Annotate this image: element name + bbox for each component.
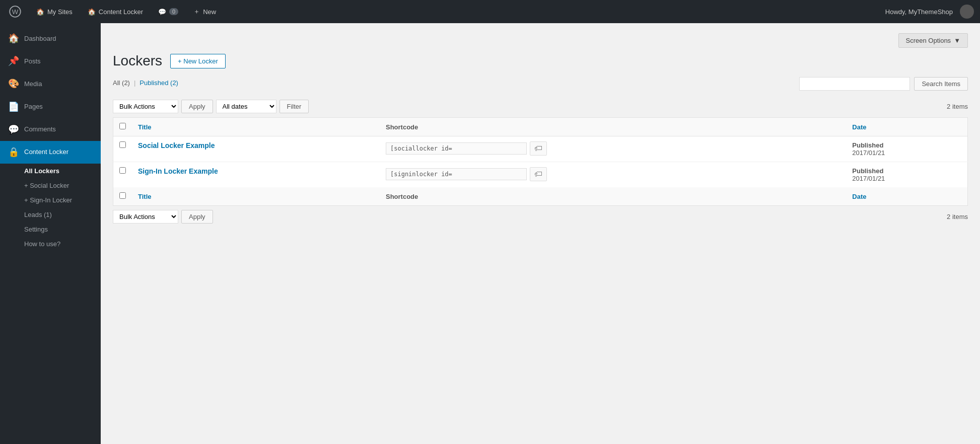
shortcode-input-0[interactable]	[386, 142, 527, 155]
comments-item[interactable]: 💬 0	[155, 6, 181, 18]
th-title-link[interactable]: Title	[138, 123, 152, 131]
row-date-cell: Published 2017/01/21	[846, 136, 967, 162]
screen-options-button[interactable]: Screen Options ▼	[898, 33, 968, 48]
sidebar-item-comments[interactable]: 💬 Comments	[0, 118, 101, 141]
filter-all[interactable]: All (2)	[113, 79, 130, 87]
submenu-how-to-use[interactable]: How to use?	[0, 237, 101, 251]
my-sites-icon: 🏠	[36, 8, 44, 16]
posts-icon: 📌	[8, 55, 19, 67]
search-button[interactable]: Search Items	[914, 77, 968, 91]
sidebar-item-posts[interactable]: 📌 Posts	[0, 50, 101, 72]
screen-options-arrow: ▼	[954, 37, 960, 44]
new-label: New	[203, 8, 216, 16]
submenu-label-sign-in-locker: + Sign-In Locker	[24, 196, 72, 204]
bulk-actions-select-top[interactable]: Bulk Actions Delete	[113, 100, 178, 113]
submenu-social-locker[interactable]: + Social Locker	[0, 178, 101, 193]
howdy-label: Howdy, MyThemeShop	[885, 8, 953, 16]
svg-text:W: W	[12, 8, 19, 16]
row-checkbox-cell	[113, 136, 132, 162]
date-status-0: Published	[852, 141, 883, 149]
row-title-link-0[interactable]: Social Locker Example	[138, 141, 215, 150]
th-date-link[interactable]: Date	[852, 123, 866, 131]
row-checkbox-0[interactable]	[119, 141, 126, 148]
search-row: Search Items	[799, 77, 968, 91]
sidebar-item-pages[interactable]: 📄 Pages	[0, 96, 101, 118]
filter-separator: |	[134, 79, 135, 87]
date-value-1: 2017/01/21	[852, 175, 885, 182]
th-checkbox	[113, 118, 132, 136]
th-date[interactable]: Date	[846, 118, 967, 136]
filter-all-link[interactable]: All (2)	[113, 79, 130, 87]
submenu-leads[interactable]: Leads (1)	[0, 207, 101, 222]
sidebar-item-content-locker[interactable]: 🔒 Content Locker	[0, 141, 101, 164]
copy-shortcode-button-0[interactable]: 🏷	[530, 141, 547, 156]
new-item[interactable]: ＋ New	[190, 5, 219, 18]
bulk-actions-select-bottom[interactable]: Bulk Actions Delete	[113, 210, 178, 224]
table-footer-row: Title Shortcode Date	[113, 187, 968, 206]
sidebar-item-media[interactable]: 🎨 Media	[0, 72, 101, 95]
items-count-bottom: 2 items	[947, 213, 968, 220]
tfoot-title[interactable]: Title	[132, 187, 380, 206]
select-all-checkbox-bottom[interactable]	[119, 192, 126, 199]
new-locker-button[interactable]: + New Locker	[170, 54, 226, 68]
lockers-table: Title Shortcode Date Social Locker Examp…	[113, 117, 968, 206]
wp-logo-item[interactable]: W	[6, 4, 24, 20]
sidebar-item-label-content-locker: Content Locker	[24, 147, 68, 157]
submenu-label-how-to-use: How to use?	[24, 240, 60, 248]
row-checkbox-cell	[113, 162, 132, 188]
page-header: Lockers + New Locker	[113, 53, 968, 69]
filter-button[interactable]: Filter	[279, 100, 309, 113]
sidebar-item-label-media: Media	[24, 80, 42, 89]
tfoot-date[interactable]: Date	[846, 187, 967, 206]
new-locker-label: + New Locker	[178, 57, 218, 65]
filter-published[interactable]: Published (2)	[139, 79, 178, 87]
search-input[interactable]	[799, 77, 910, 91]
row-title-cell: Sign-In Locker Example	[132, 162, 380, 188]
row-shortcode-cell: 🏷	[380, 136, 846, 162]
submenu-sign-in-locker[interactable]: + Sign-In Locker	[0, 193, 101, 207]
submenu-all-lockers[interactable]: All Lockers	[0, 164, 101, 178]
row-title-link-1[interactable]: Sign-In Locker Example	[138, 167, 218, 175]
copy-shortcode-button-1[interactable]: 🏷	[530, 167, 547, 181]
bulk-actions-bottom: Bulk Actions Delete Apply 2 items	[113, 210, 968, 224]
items-count-top: 2 items	[947, 103, 968, 110]
comments-count-badge: 0	[169, 8, 178, 15]
shortcode-input-1[interactable]	[386, 168, 527, 180]
dates-select[interactable]: All dates	[216, 100, 276, 113]
screen-options-bar: Screen Options ▼	[113, 33, 968, 48]
th-shortcode-label: Shortcode	[386, 123, 418, 131]
row-date-cell: Published 2017/01/21	[846, 162, 967, 188]
submenu-label-leads: Leads (1)	[24, 211, 52, 218]
filter-links: All (2) | Published (2)	[113, 79, 178, 87]
row-title-cell: Social Locker Example	[132, 136, 380, 162]
th-shortcode: Shortcode	[380, 118, 846, 136]
table-header-row: Title Shortcode Date	[113, 118, 968, 136]
content-locker-admin-label: Content Locker	[99, 8, 143, 16]
tfoot-title-link[interactable]: Title	[138, 193, 152, 200]
sidebar-item-label-posts: Posts	[24, 57, 41, 66]
date-value-0: 2017/01/21	[852, 149, 885, 157]
row-checkbox-1[interactable]	[119, 167, 126, 174]
table-row: Sign-In Locker Example 🏷 Published 2017/…	[113, 162, 968, 188]
filter-published-link[interactable]: Published (2)	[139, 79, 178, 87]
sidebar-item-dashboard[interactable]: 🏠 Dashboard	[0, 27, 101, 50]
tfoot-date-link[interactable]: Date	[852, 193, 866, 200]
sidebar-item-label-pages: Pages	[24, 102, 43, 111]
my-sites-item[interactable]: 🏠 My Sites	[33, 6, 76, 18]
apply-label-top: Apply	[189, 103, 205, 110]
apply-button-bottom[interactable]: Apply	[181, 210, 213, 224]
select-all-checkbox[interactable]	[119, 123, 126, 129]
comments-sidebar-icon: 💬	[8, 123, 19, 136]
content-locker-submenu: All Lockers + Social Locker + Sign-In Lo…	[0, 164, 101, 251]
th-title[interactable]: Title	[132, 118, 380, 136]
bulk-actions-top: Bulk Actions Delete Apply All dates Filt…	[113, 100, 968, 113]
dashboard-icon: 🏠	[8, 32, 19, 45]
content-locker-item[interactable]: 🏠 Content Locker	[85, 6, 146, 18]
apply-button-top[interactable]: Apply	[181, 100, 213, 113]
row-shortcode-cell: 🏷	[380, 162, 846, 188]
page-title: Lockers	[113, 53, 162, 69]
filter-label: Filter	[287, 103, 302, 110]
date-status-1: Published	[852, 167, 883, 175]
screen-options-label: Screen Options	[906, 37, 951, 44]
submenu-settings[interactable]: Settings	[0, 222, 101, 237]
